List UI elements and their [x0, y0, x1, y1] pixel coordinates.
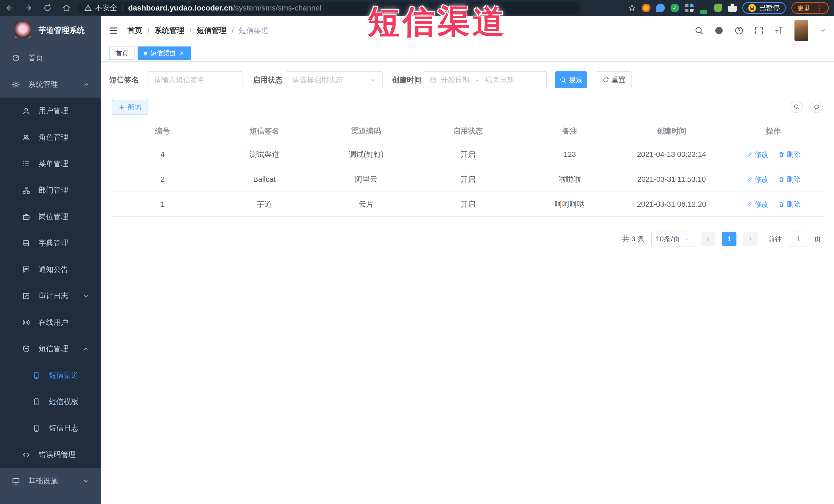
font-size-icon[interactable]	[774, 26, 784, 35]
chevron-down-icon	[83, 292, 90, 300]
sidebar-item-sms-management[interactable]: 短信管理	[0, 335, 101, 362]
tab-sms-channel[interactable]: 短信渠道	[137, 46, 191, 60]
extensions-puzzle-icon[interactable]	[728, 4, 737, 12]
app-logo-row[interactable]: 芋道管理系统	[0, 16, 101, 45]
help-icon[interactable]	[734, 26, 744, 35]
address-bar[interactable]: 不安全 dashboard.yudao.iocoder.cn /system/s…	[78, 2, 580, 14]
sidebar-item-sms-template[interactable]: 短信模板	[0, 389, 101, 415]
col-header-create-time: 创建时间	[621, 126, 723, 136]
edit-link[interactable]: 修改	[746, 150, 769, 159]
chevron-up-icon	[83, 81, 90, 88]
delete-label: 删除	[787, 200, 800, 209]
search-button[interactable]: 搜索	[555, 71, 587, 88]
list-icon	[22, 160, 31, 168]
sign-filter-label: 短信签名	[109, 71, 139, 88]
gear-icon	[12, 80, 21, 89]
delete-link[interactable]: 删除	[778, 175, 800, 184]
delete-link[interactable]: 删除	[778, 150, 800, 159]
toggle-search-button[interactable]	[790, 101, 803, 113]
breadcrumb-home[interactable]: 首页	[127, 25, 142, 36]
briefcase-icon	[22, 213, 31, 221]
sidebar-item-online-users[interactable]: 在线用户	[0, 309, 101, 335]
extension-check-icon[interactable]: ✓	[671, 4, 679, 12]
sidebar-item-home[interactable]: 首页	[0, 45, 101, 71]
breadcrumb-separator: /	[147, 26, 149, 35]
breadcrumb-sms[interactable]: 短信管理	[197, 25, 226, 36]
github-icon[interactable]	[715, 26, 724, 35]
not-secure-warning-icon[interactable]	[84, 4, 92, 12]
sidebar-item-notice[interactable]: 通知公告	[0, 256, 101, 283]
book-icon	[22, 239, 31, 247]
page-1-button[interactable]: 1	[722, 232, 737, 246]
breadcrumb-separator: /	[232, 26, 234, 35]
add-button[interactable]: 新增	[112, 100, 148, 115]
hamburger-icon[interactable]	[108, 25, 118, 36]
edit-pencil-icon	[746, 152, 753, 158]
delete-label: 删除	[787, 175, 800, 184]
goto-page-input[interactable]	[789, 232, 807, 246]
extension-grid-icon[interactable]	[685, 4, 694, 12]
bookmark-star-icon[interactable]	[628, 4, 636, 12]
date-range-separator: -	[476, 76, 479, 84]
browser-menu-dots-icon[interactable]: ⋮	[815, 7, 823, 9]
sidebar-item-user-management[interactable]: 用户管理	[0, 97, 101, 124]
extension-switch-icon[interactable]	[699, 4, 708, 12]
tab-home[interactable]: 首页	[109, 46, 134, 60]
plus-icon	[118, 104, 125, 111]
sidebar-item-infrastructure[interactable]: 基础设施	[0, 468, 101, 494]
col-header-actions: 操作	[722, 126, 824, 136]
sidebar-item-label: 通知公告	[39, 264, 68, 275]
delete-link[interactable]: 删除	[778, 200, 800, 209]
browser-home-icon[interactable]	[62, 4, 71, 12]
sidebar-item-menu-management[interactable]: 菜单管理	[0, 151, 101, 177]
breadcrumb-system[interactable]: 系统管理	[155, 25, 184, 36]
extension-pin-icon[interactable]	[656, 4, 665, 12]
page-size-select[interactable]: 10条/页	[651, 232, 694, 246]
sign-search-input[interactable]	[154, 76, 236, 84]
browser-reload-icon[interactable]	[43, 4, 52, 12]
not-secure-label[interactable]: 不安全	[95, 3, 117, 13]
sidebar-item-label: 系统管理	[28, 79, 58, 90]
url-host: dashboard.yudao.iocoder.cn	[128, 4, 233, 12]
paused-extension-pill[interactable]: 已暂停	[742, 2, 786, 14]
reset-button[interactable]: 重置	[596, 71, 632, 88]
sidebar-item-system-management[interactable]: 系统管理	[0, 71, 101, 97]
next-page-button[interactable]	[743, 232, 758, 246]
sidebar-item-dict-management[interactable]: 字典管理	[0, 230, 101, 256]
end-date-placeholder[interactable]: 结束日期	[485, 75, 514, 85]
browser-back-icon[interactable]	[5, 4, 14, 12]
phone-icon	[32, 398, 42, 406]
prev-page-button[interactable]	[701, 232, 716, 246]
avatar-caret-down-icon[interactable]	[819, 27, 826, 34]
main-area: 首页 / 系统管理 / 短信管理 / 短信渠道 首页 短信渠道 短信签名	[101, 16, 834, 504]
extension-orange-icon[interactable]	[642, 4, 651, 12]
browser-update-button[interactable]: 更新 ⋮	[791, 2, 829, 14]
sign-filter-box	[148, 71, 243, 88]
sidebar-item-sms-channel[interactable]: 短信渠道	[0, 362, 101, 389]
refresh-table-button[interactable]	[810, 101, 823, 113]
close-tab-icon[interactable]	[179, 50, 184, 56]
user-icon	[22, 107, 31, 115]
fullscreen-icon[interactable]	[754, 26, 764, 35]
breadcrumb-separator: /	[190, 26, 192, 35]
cell-id: 2	[112, 175, 214, 183]
header-search-icon[interactable]	[694, 26, 704, 35]
edit-link[interactable]: 修改	[746, 200, 769, 209]
browser-forward-icon[interactable]	[24, 4, 33, 12]
sidebar-item-sms-log[interactable]: 短信日志	[0, 415, 101, 441]
edit-link[interactable]: 修改	[746, 175, 769, 184]
extension-leaf-icon[interactable]	[714, 4, 722, 12]
sidebar-item-error-code[interactable]: 错误码管理	[0, 441, 101, 468]
sidebar-item-dept-management[interactable]: 部门管理	[0, 177, 101, 203]
sidebar-item-label: 角色管理	[39, 132, 68, 143]
avatar[interactable]	[794, 20, 808, 41]
sidebar-item-audit-log[interactable]: 审计日志	[0, 283, 101, 309]
breadcrumb: 首页 / 系统管理 / 短信管理 / 短信渠道	[127, 25, 268, 36]
sidebar-item-role-management[interactable]: 角色管理	[0, 124, 101, 151]
date-range-picker[interactable]: 开始日期 - 结束日期	[423, 71, 547, 88]
sidebar-item-post-management[interactable]: 岗位管理	[0, 203, 101, 230]
start-date-placeholder[interactable]: 开始日期	[441, 75, 469, 85]
cell-create-time: 2021-03-31 11:53:10	[621, 175, 723, 183]
status-select[interactable]: 请选择启用状态	[286, 71, 383, 88]
goto-label: 前往	[768, 234, 782, 244]
